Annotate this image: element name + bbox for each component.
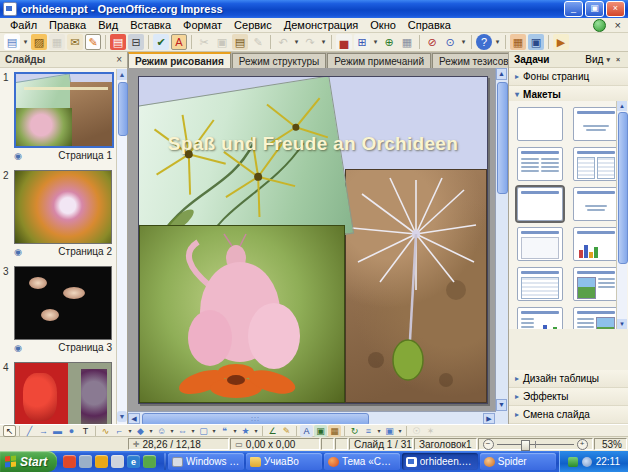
slide-2-thumb-image[interactable] bbox=[14, 170, 112, 244]
copy-icon[interactable]: ▣ bbox=[214, 34, 230, 50]
task-folder[interactable]: УчиаВо bbox=[246, 453, 322, 470]
orchid-mantis-photo[interactable] bbox=[139, 225, 345, 403]
zoom-out-icon[interactable]: − bbox=[483, 439, 494, 450]
tray-status-icon[interactable] bbox=[568, 457, 578, 467]
arrange-dropdown-icon[interactable]: ▾ bbox=[397, 425, 403, 437]
scroll-down-icon[interactable]: ▼ bbox=[117, 411, 127, 422]
layouts-scrollbar[interactable]: ▲ ▼ bbox=[616, 101, 627, 329]
task-windows-ta[interactable]: Windows Ta... bbox=[168, 453, 244, 470]
layout-title-two-lists[interactable] bbox=[517, 147, 563, 181]
stars-dropdown-icon[interactable]: ▾ bbox=[253, 425, 259, 437]
redo-dropdown-icon[interactable]: ▾ bbox=[320, 34, 327, 50]
zoom-percentage[interactable]: 53% bbox=[594, 438, 627, 450]
slide-thumbnail-2[interactable]: 2 ◉ Страница 2 bbox=[14, 170, 112, 257]
flowchart-icon[interactable]: ▢ bbox=[197, 425, 210, 437]
gallery2-icon[interactable]: ▦ bbox=[328, 425, 341, 437]
zoom-slider-handle[interactable] bbox=[521, 440, 530, 451]
menu-insert[interactable]: Вставка bbox=[124, 18, 177, 32]
block-arrows-icon[interactable]: ⇔ bbox=[176, 425, 189, 437]
tasks-panel-close-icon[interactable]: × bbox=[616, 56, 620, 63]
visibility-eye-icon[interactable]: ◉ bbox=[14, 343, 22, 353]
presentation-icon[interactable]: ▶ bbox=[553, 34, 569, 50]
gallery-icon[interactable]: ▦ bbox=[510, 34, 526, 50]
flowchart-dropdown-icon[interactable]: ▾ bbox=[211, 425, 217, 437]
visibility-eye-icon[interactable]: ◉ bbox=[14, 151, 22, 161]
horizontal-scrollbar[interactable]: ◀ ::: ▶ bbox=[128, 411, 508, 424]
scroll-up-icon[interactable]: ▲ bbox=[617, 101, 627, 111]
layout-title-text[interactable] bbox=[573, 107, 619, 141]
scroll-up-icon[interactable]: ▲ bbox=[117, 69, 127, 80]
menu-slideshow[interactable]: Демонстрация bbox=[278, 18, 365, 32]
chevron-down-icon[interactable]: ▾ bbox=[606, 56, 610, 64]
email-icon[interactable]: ✉ bbox=[67, 34, 83, 50]
slide-thumbnail-3[interactable]: 3 ◉ Страница 3 bbox=[14, 266, 112, 353]
fontwork-icon[interactable]: A bbox=[300, 425, 313, 437]
table-icon[interactable]: ⊞ bbox=[354, 34, 370, 50]
layout-title-text-chart[interactable] bbox=[517, 307, 563, 329]
line-icon[interactable]: ╱ bbox=[23, 425, 36, 437]
layout-title-text-clipart[interactable] bbox=[573, 307, 619, 329]
callouts-dropdown-icon[interactable]: ▾ bbox=[232, 425, 238, 437]
layout-blank[interactable] bbox=[517, 107, 563, 141]
minimize-button[interactable]: _ bbox=[564, 1, 583, 17]
hyperlink-icon[interactable]: ⊕ bbox=[381, 34, 397, 50]
scrollbar-thumb[interactable] bbox=[118, 82, 128, 136]
close-document-icon[interactable]: × bbox=[612, 19, 624, 31]
explorer-window-icon[interactable] bbox=[111, 455, 124, 468]
curve-icon[interactable]: ∿ bbox=[99, 425, 112, 437]
restore-button[interactable]: ▣ bbox=[585, 1, 604, 17]
task-impress-active[interactable]: orhideen.ppt... bbox=[402, 453, 478, 470]
start-button[interactable]: Start bbox=[0, 451, 57, 472]
glue-points-icon[interactable]: ✎ bbox=[280, 425, 293, 437]
media-player-icon[interactable] bbox=[79, 455, 92, 468]
paste-icon[interactable]: ▤ bbox=[232, 34, 248, 50]
autospellcheck-icon[interactable]: A bbox=[171, 34, 187, 50]
tray-volume-icon[interactable] bbox=[582, 457, 592, 467]
section-custom-animation[interactable]: ▸ Эффекты bbox=[509, 388, 628, 406]
menu-help[interactable]: Справка bbox=[402, 18, 457, 32]
new-document-icon[interactable]: ▤ bbox=[4, 34, 20, 50]
scrollbar-thumb[interactable] bbox=[497, 82, 508, 194]
open-icon[interactable]: ▨ bbox=[31, 34, 47, 50]
layout-title-only-selected[interactable] bbox=[517, 187, 563, 221]
zoom-slider[interactable]: − + bbox=[478, 438, 593, 450]
tab-handout-view[interactable]: Режим тезисов bbox=[432, 53, 516, 68]
print-icon[interactable]: ⊟ bbox=[128, 34, 144, 50]
text-icon[interactable]: T bbox=[79, 425, 92, 437]
interaction-icon[interactable]: ☉ bbox=[410, 425, 423, 437]
table-dropdown-icon[interactable]: ▾ bbox=[372, 34, 379, 50]
chrome-icon[interactable] bbox=[143, 455, 156, 468]
grid-icon[interactable]: ▦ bbox=[399, 34, 415, 50]
section-slide-transition[interactable]: ▸ Смена слайда bbox=[509, 406, 628, 424]
vertical-scrollbar[interactable]: ▲ ▼ bbox=[495, 68, 508, 411]
section-table-design[interactable]: ▸ Дизайн таблицы bbox=[509, 370, 628, 388]
menu-view[interactable]: Вид bbox=[92, 18, 124, 32]
alignment-icon[interactable]: ≡ bbox=[362, 425, 375, 437]
scroll-left-icon[interactable]: ◀ bbox=[128, 413, 140, 424]
cut-icon[interactable]: ✂ bbox=[196, 34, 212, 50]
section-master-pages[interactable]: ▸ Фоны страниц bbox=[509, 68, 628, 86]
layout-title-chart[interactable] bbox=[573, 227, 619, 261]
layout-title-two-tables[interactable] bbox=[573, 147, 619, 181]
slide-title-text[interactable]: Spaß und Freude an Orchideen bbox=[139, 133, 487, 155]
task-browser[interactable]: Тема «Сер... bbox=[324, 453, 400, 470]
tab-outline-view[interactable]: Режим структуры bbox=[232, 53, 326, 68]
edit-points-icon[interactable]: ∠ bbox=[266, 425, 279, 437]
symbol-shapes-dropdown-icon[interactable]: ▾ bbox=[169, 425, 175, 437]
menu-tools[interactable]: Сервис bbox=[228, 18, 278, 32]
layout-centered-text[interactable] bbox=[573, 187, 619, 221]
scroll-up-icon[interactable]: ▲ bbox=[496, 68, 507, 80]
image-icon[interactable]: ▣ bbox=[528, 34, 544, 50]
task-spider[interactable]: Spider bbox=[480, 453, 556, 470]
new-dropdown-icon[interactable]: ▾ bbox=[22, 34, 29, 50]
rectangle-icon[interactable]: ▬ bbox=[51, 425, 64, 437]
slide-3-thumb-image[interactable] bbox=[14, 266, 112, 340]
opera-icon[interactable] bbox=[63, 455, 76, 468]
slide-4-thumb-image[interactable] bbox=[14, 362, 112, 424]
slide-1-thumb-image[interactable] bbox=[14, 72, 114, 148]
format-paintbrush-icon[interactable]: ✎ bbox=[250, 34, 266, 50]
undo-icon[interactable]: ↶ bbox=[275, 34, 291, 50]
select-icon[interactable]: ↖ bbox=[3, 425, 16, 437]
title-bar[interactable]: orhideen.ppt - OpenOffice.org Impress _ … bbox=[0, 0, 628, 18]
slides-panel-close-icon[interactable]: × bbox=[116, 54, 122, 65]
